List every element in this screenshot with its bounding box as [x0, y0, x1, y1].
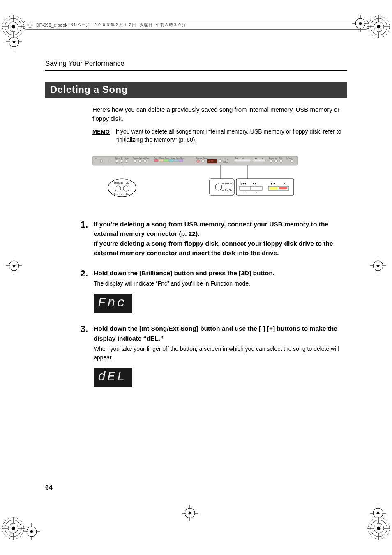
- svg-point-1: [8, 22, 18, 32]
- lcd-display: Fnc: [94, 294, 132, 313]
- svg-point-6: [377, 25, 380, 28]
- svg-point-17: [13, 41, 15, 43]
- svg-point-39: [139, 160, 142, 163]
- step-subtext: When you take your finger off the button…: [94, 345, 347, 362]
- svg-rect-71: [269, 187, 277, 189]
- callout-bwd-icon: |◀◀: [241, 182, 246, 185]
- front-panel-figure: Volume Brilliance 3D Reverb Function Tra…: [92, 156, 298, 203]
- header-date: ２００９年２月１７日: [93, 22, 136, 28]
- svg-rect-41: [154, 159, 158, 162]
- svg-point-11: [2, 518, 24, 539]
- crop-mark-icon: [1, 516, 25, 541]
- svg-point-5: [374, 22, 384, 32]
- svg-point-27: [377, 265, 379, 267]
- svg-point-64: [215, 184, 222, 190]
- svg-point-37: [125, 160, 128, 163]
- crop-mark-icon: [5, 33, 23, 51]
- page-number: 64: [45, 484, 53, 491]
- callout-3d: 3D: [126, 182, 129, 184]
- svg-point-15: [368, 518, 390, 539]
- panel-label-volume: Volume: [95, 158, 100, 160]
- step-2: 2 Hold down the [Brilliance] button and …: [78, 268, 347, 313]
- crop-mark-icon: [1, 14, 25, 39]
- panel-label-playstop: ▶/■: [255, 157, 257, 159]
- step-3: 3 Hold down the [Int Song/Ext Song] butt…: [78, 324, 347, 387]
- callout-int-song: Int Song: [225, 182, 234, 185]
- svg-point-8: [5, 520, 21, 537]
- svg-rect-72: [279, 187, 287, 189]
- svg-point-2: [12, 25, 15, 28]
- panel-label-int-song: Int Song: [223, 158, 228, 160]
- svg-point-24: [9, 261, 19, 271]
- lcd-display: dEL: [94, 368, 132, 387]
- svg-rect-45: [174, 159, 178, 162]
- svg-point-38: [134, 160, 137, 163]
- step-subtext: The display will indicate “Fnc” and you'…: [94, 279, 347, 288]
- header-time: 午前８時３０分: [156, 22, 186, 28]
- panel-label-tempo: Tempo: [203, 157, 208, 159]
- svg-point-16: [9, 37, 19, 47]
- svg-rect-32: [92, 156, 298, 165]
- panel-display: d.99: [208, 160, 213, 162]
- svg-point-12: [371, 520, 387, 537]
- svg-point-7: [368, 16, 390, 37]
- svg-point-23: [377, 512, 379, 514]
- svg-point-35: [115, 160, 118, 163]
- svg-point-26: [373, 261, 383, 271]
- panel-label-others: Others: [180, 157, 184, 159]
- svg-point-62: [123, 186, 129, 191]
- svg-point-40: [144, 160, 147, 163]
- panel-label-rec: ●: [262, 157, 263, 159]
- svg-rect-52: [253, 159, 265, 162]
- panel-label-keytouch: Key Touch: [286, 157, 292, 159]
- svg-point-36: [120, 160, 123, 163]
- panel-label-split: Split: [139, 157, 142, 159]
- svg-point-13: [374, 523, 384, 533]
- svg-rect-51: [234, 159, 251, 162]
- svg-point-4: [371, 18, 387, 35]
- svg-point-29: [189, 512, 191, 514]
- svg-rect-42: [159, 159, 163, 162]
- callout-plus: +: [256, 191, 258, 194]
- step-heading: Hold down the [Brilliance] button and pr…: [94, 268, 347, 278]
- svg-rect-68: [240, 186, 262, 190]
- panel-label-strings: Strings: [171, 157, 175, 159]
- svg-point-61: [115, 186, 121, 191]
- panel-label-twin: Twin Piano: [143, 157, 149, 159]
- header-weekday: 火曜日: [140, 22, 153, 28]
- step-heading: Hold down the [Int Song/Ext Song] button…: [94, 324, 347, 343]
- header-filename: DP-990_e.book: [36, 23, 67, 28]
- svg-point-28: [185, 508, 195, 518]
- svg-point-9: [8, 523, 18, 533]
- callout-demo: Demo: [126, 193, 132, 196]
- panel-label-function: Function: [116, 163, 121, 165]
- panel-label-right: Right: [279, 157, 283, 159]
- svg-point-21: [30, 530, 33, 533]
- svg-point-25: [13, 265, 15, 267]
- panel-label-piano: Piano: [154, 157, 157, 159]
- panel-label-bwd: Bwd: [235, 157, 238, 159]
- svg-rect-43: [164, 159, 168, 162]
- callout-function: Function: [114, 193, 122, 196]
- crop-mark-icon: [367, 516, 391, 541]
- svg-point-3: [2, 16, 24, 37]
- panel-label-organ: Organ: [165, 157, 169, 159]
- svg-point-54: [275, 160, 278, 163]
- globe-icon: [27, 22, 33, 28]
- chapter-heading: Saving Your Performance: [45, 60, 347, 71]
- callout-fwd-icon: ▶▶|: [253, 182, 258, 185]
- svg-point-14: [377, 527, 380, 530]
- crop-mark-icon: [367, 14, 391, 39]
- svg-point-50: [219, 160, 222, 163]
- crop-mark-icon: [369, 257, 387, 275]
- panel-label-ext-song: Ext Song: [223, 161, 228, 163]
- svg-point-0: [5, 18, 21, 35]
- step-number: 1: [78, 219, 88, 258]
- callout-playstop-icon: ▶/■: [271, 182, 276, 185]
- svg-point-20: [27, 527, 37, 537]
- svg-point-55: [280, 160, 283, 163]
- panel-label-voice: Voice: [176, 157, 180, 159]
- panel-label-fwd: Fwd: [242, 157, 244, 159]
- callout-rec-icon: ●: [284, 182, 285, 185]
- crop-mark-icon: [5, 257, 23, 275]
